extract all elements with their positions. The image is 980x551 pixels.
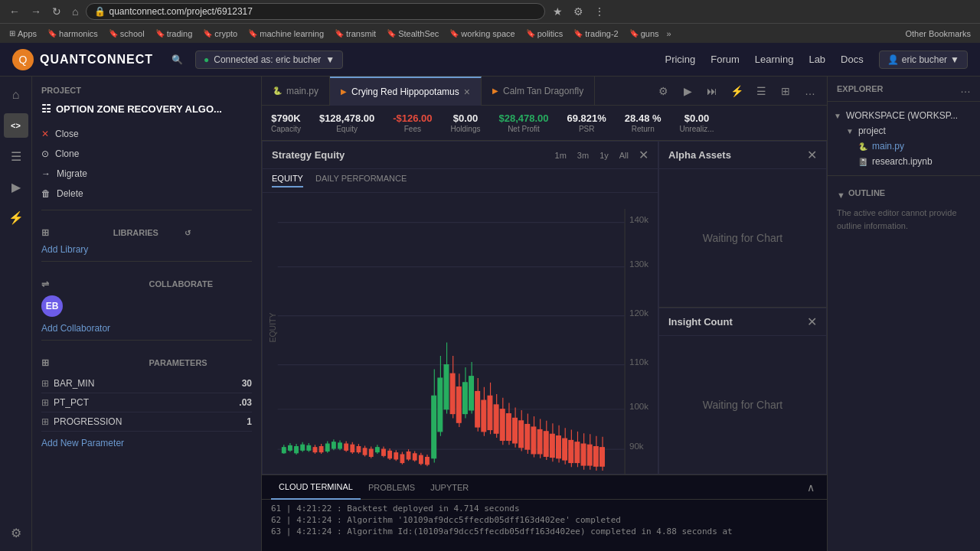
time-3m[interactable]: 3m (573, 149, 593, 161)
explorer-more-btn[interactable]: … (960, 83, 971, 95)
user-badge[interactable]: 👤 eric bucher ▼ (879, 51, 968, 69)
strategy-tabs: EQUITY DAILY PERFORMANCE (263, 169, 658, 193)
grid-action-btn[interactable]: ⊞ (775, 80, 796, 102)
tab-cryhippo-close[interactable]: × (464, 86, 470, 98)
explorer-header: EXPLORER … (828, 77, 980, 102)
search-button[interactable]: 🔍 (172, 54, 183, 65)
tab-calm-dragonfly[interactable]: ▶ Calm Tan Dragonfly (482, 77, 595, 106)
bookmark-apps[interactable]: ⊞Apps (5, 28, 41, 40)
svg-rect-116 (593, 447, 598, 467)
term-tab-problems[interactable]: PROBLEMS (361, 475, 423, 500)
bookmark-transmit[interactable]: 🔖transmit (330, 28, 381, 40)
tab-crying-hippopotamus[interactable]: ▶ Crying Red Hippopotamus × (330, 77, 482, 106)
bookmark-button[interactable]: ★ (550, 4, 566, 19)
close-action[interactable]: ✕ Close (41, 124, 252, 144)
add-collaborator-link[interactable]: Add Collaborator (41, 323, 252, 334)
nav-lab[interactable]: Lab (808, 54, 825, 65)
more-action-btn[interactable]: … (799, 80, 821, 102)
terminal-collapse-btn[interactable]: ∧ (804, 480, 818, 495)
delete-action[interactable]: 🗑 Delete (41, 184, 252, 204)
stats-bar: $790K Capacity $128,478.00 Equity -$126.… (262, 106, 827, 141)
tab-calmdragon-icon: ▶ (492, 86, 498, 95)
collaborate-section-header: ⇌ COLLABORATE (41, 279, 252, 289)
bookmark-crypto[interactable]: 🔖crypto (198, 28, 242, 40)
strategy-close[interactable]: ✕ (639, 148, 648, 162)
nav-forum[interactable]: Forum (710, 54, 740, 65)
svg-rect-92 (519, 421, 524, 448)
reload-button[interactable]: ↻ (49, 4, 64, 19)
terminal-content: 61 | 4:21:22 : Backtest deployed in 4.71… (262, 500, 827, 551)
file-mainpy[interactable]: 🐍 main.py (834, 139, 974, 154)
url-bar[interactable]: 🔒 quantconnect.com/project/6912317 (86, 3, 545, 20)
logo-area: Q QUANTCONNECT (12, 49, 153, 70)
list-action-btn[interactable]: ☰ (750, 80, 772, 102)
bookmark-politics[interactable]: 🔖politics (521, 28, 568, 40)
workspace-item[interactable]: ▼ WORKSPACE (WORKSP... (834, 108, 974, 123)
nav-learning[interactable]: Learning (755, 54, 794, 65)
layers-icon-btn[interactable]: ☰ (4, 144, 28, 168)
svg-text:90k: 90k (629, 441, 644, 451)
nav-pricing[interactable]: Pricing (665, 54, 695, 65)
code-icon-btn[interactable]: <> (4, 113, 28, 138)
equity-tab[interactable]: EQUITY (272, 174, 303, 187)
terminal-tabs: CLOUD TERMINAL PROBLEMS JUPYTER ∧ (262, 475, 827, 500)
time-1m[interactable]: 1m (551, 149, 570, 161)
settings-action-btn[interactable]: ⚙ (652, 80, 674, 102)
home-icon-btn[interactable]: ⌂ (4, 83, 28, 107)
extensions-button[interactable]: ⚙ (570, 4, 586, 19)
tab-mainpy[interactable]: 🐍 main.py (262, 77, 330, 106)
right-panels: Alpha Assets ✕ Waiting for Chart Insight… (658, 141, 827, 474)
bookmark-guns[interactable]: 🔖guns (625, 28, 664, 40)
charts-row: Strategy Equity 1m 3m 1y All ✕ EQUITY (262, 141, 827, 474)
bookmark-ml[interactable]: 🔖machine learning (243, 28, 328, 40)
terminal-icon-btn[interactable]: ▶ (4, 174, 28, 199)
bookmark-workspace[interactable]: 🔖working space (445, 28, 519, 40)
bookmark-harmonics[interactable]: 🔖harmonics (43, 28, 103, 40)
alpha-assets-close[interactable]: ✕ (807, 148, 817, 162)
bookmark-school[interactable]: 🔖school (104, 28, 149, 40)
stat-fees: -$126.00 Fees (393, 112, 432, 133)
clone-action[interactable]: ⊙ Clone (41, 144, 252, 164)
tab-mainpy-icon: 🐍 (273, 86, 282, 95)
forward-button[interactable]: → (28, 4, 44, 19)
bookmark-trading[interactable]: 🔖trading (151, 28, 198, 40)
lightning-action-btn[interactable]: ⚡ (726, 80, 747, 102)
project-chevron-icon: ▼ (846, 127, 854, 135)
file-researchnb[interactable]: 📓 research.ipynb (834, 154, 974, 169)
svg-rect-64 (432, 396, 436, 458)
time-all[interactable]: All (616, 149, 632, 161)
project-folder-item[interactable]: ▼ project (834, 123, 974, 139)
add-parameter-link[interactable]: Add New Parameter (41, 438, 252, 448)
run-action-btn[interactable]: ▶ (677, 80, 698, 102)
insight-count-header: Insight Count ✕ (659, 308, 826, 336)
home-button[interactable]: ⌂ (69, 4, 81, 19)
nav-docs[interactable]: Docs (841, 54, 864, 65)
add-library-link[interactable]: Add Library (41, 244, 252, 255)
back-button[interactable]: ← (6, 4, 23, 19)
settings-icon-btn[interactable]: ⚙ (4, 520, 28, 545)
daily-perf-tab[interactable]: DAILY PERFORMANCE (315, 174, 407, 187)
insight-count-close[interactable]: ✕ (807, 315, 817, 329)
term-tab-jupyter[interactable]: JUPYTER (423, 475, 476, 500)
stat-netprofit: $28,478.00 Net Profit (498, 112, 548, 133)
bookmark-stealthsec[interactable]: 🔖StealthSec (382, 28, 443, 40)
terminal-area: CLOUD TERMINAL PROBLEMS JUPYTER ∧ 61 | 4… (262, 474, 827, 551)
outline-section: ▼ OUTLINE The active editor cannot provi… (828, 182, 980, 238)
time-1y[interactable]: 1y (596, 149, 612, 161)
menu-button[interactable]: ⋮ (591, 4, 608, 19)
libraries-section-header: ⊞ LIBRARIES ↺ (41, 227, 252, 238)
step-action-btn[interactable]: ⏭ (701, 80, 723, 102)
migrate-action[interactable]: → Migrate (41, 164, 252, 184)
connected-badge[interactable]: ● Connected as: eric bucher ▼ (195, 51, 343, 69)
project-name: ☷ OPTION ZONE RECOVERY ALGO... (41, 103, 252, 115)
term-tab-cloud[interactable]: CLOUD TERMINAL (271, 475, 361, 500)
explorer-panel: EXPLORER … ▼ WORKSPACE (WORKSP... ▼ proj… (827, 77, 980, 551)
equity-svg: 140k 130k 120k 110k 100k 90k 80k (269, 199, 652, 474)
bookmark-trading2[interactable]: 🔖trading-2 (569, 28, 622, 40)
libraries-refresh-icon[interactable]: ↺ (185, 229, 252, 237)
explorer-divider (828, 175, 980, 176)
candle-chart: 140k 130k 120k 110k 100k 90k 80k (263, 193, 658, 474)
plugin-icon-btn[interactable]: ⚡ (4, 205, 28, 230)
explorer-action-btns: … (960, 83, 971, 95)
bookmark-other[interactable]: Other Bookmarks (900, 28, 975, 40)
